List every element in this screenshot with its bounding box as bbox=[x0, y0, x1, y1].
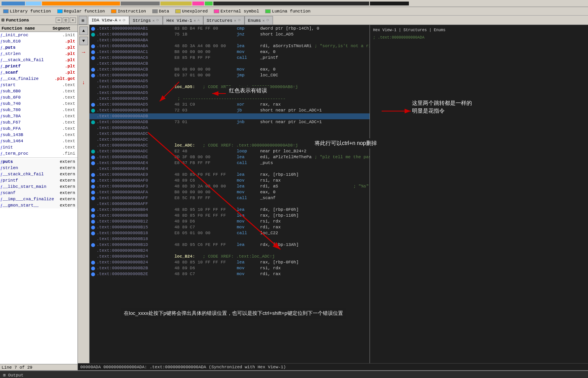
asm-row[interactable]: .text:00000000000AD0 E9 37 01 00 00 jmp … bbox=[90, 72, 370, 78]
list-item[interactable]: f sub_78A .text bbox=[0, 113, 77, 119]
function-segment: extern bbox=[53, 178, 77, 183]
asm-row[interactable]: .text:00000000000B2B 48 89 D6 mov rsi, r… bbox=[90, 265, 370, 271]
tab-strings[interactable]: Strings ✕ ⟳ bbox=[129, 16, 163, 25]
asm-row[interactable]: .text:00000000000AFA B8 00 00 00 00 mov … bbox=[90, 189, 370, 195]
asm-row[interactable]: .text:00000000000B15 48 89 C7 mov rdi, r… bbox=[90, 224, 370, 230]
tab-structures-close[interactable]: ✕ bbox=[234, 18, 236, 23]
list-item[interactable]: f sub_780 .text bbox=[0, 107, 77, 113]
function-icon: f bbox=[1, 102, 2, 106]
list-item[interactable]: f __libc_start_main extern bbox=[0, 184, 77, 190]
nav-arrow-down: ↓ bbox=[82, 79, 85, 86]
asm-row[interactable]: .text:00000000000ADE 8D 3F 0B 00 00 lea … bbox=[90, 154, 370, 160]
function-name: sub_6B0 bbox=[3, 89, 53, 94]
tab-structures[interactable]: Structures ✕ ⟳ bbox=[203, 16, 245, 25]
tab-hex-view[interactable]: Hex View-1 ✕ A bbox=[163, 16, 203, 25]
disasm-view[interactable]: .text:00000000000AB1 83 BD B4 FE FF 00 c… bbox=[90, 25, 370, 363]
asm-row[interactable]: .text:00000000000AE9 48 8D 85 F0 FE FF F… bbox=[90, 172, 370, 178]
list-item[interactable]: f sub_FFA .text bbox=[0, 125, 77, 132]
asm-row[interactable]: .text:00000000000ADB 73 01 jnb short nea… bbox=[90, 119, 370, 125]
function-segment: extern bbox=[53, 191, 77, 195]
list-item[interactable]: f _printf .plt bbox=[0, 63, 77, 69]
asm-operands: short loc_AD5 bbox=[260, 32, 369, 37]
asm-address: .text:00000000000B24 bbox=[97, 260, 174, 265]
list-item[interactable]: f scanf extern bbox=[0, 190, 77, 196]
list-item[interactable]: f init .text bbox=[0, 144, 77, 150]
asm-row[interactable]: .text:00000000000AB1 83 BD B4 FE FF 00 c… bbox=[90, 26, 370, 32]
tab-enums[interactable]: Enums ✕ ⟳ bbox=[245, 16, 273, 25]
asm-row[interactable]: .text:00000000000AD5 48 31 C0 xor rax, r… bbox=[90, 102, 370, 108]
list-item[interactable]: f _scanf .plt bbox=[0, 69, 77, 76]
float-button[interactable]: ◱ bbox=[63, 18, 69, 23]
asm-row[interactable]: .text:00000000000AB8 75 1B jnz short loc… bbox=[90, 32, 370, 37]
asm-comment: ; "plz tell me the password2:" bbox=[315, 154, 370, 160]
list-item[interactable]: f __gmon_start__ extern bbox=[0, 202, 77, 208]
asm-bytes: B8 00 00 00 00 bbox=[174, 67, 237, 72]
list-item[interactable]: f sub_1464 .text bbox=[0, 138, 77, 144]
legend-lumina-label: Lumina function bbox=[272, 9, 310, 14]
asm-row: .text:00000000000AD5 bbox=[90, 90, 370, 96]
list-item[interactable]: f __cxa_finalize .plt.got bbox=[0, 76, 77, 82]
function-icon: f bbox=[1, 71, 2, 75]
list-item[interactable]: f printf extern bbox=[0, 177, 77, 184]
asm-row[interactable]: .text:00000000000AFF E8 5C FB FF FF call… bbox=[90, 195, 370, 201]
nav-down-button[interactable]: ▼ bbox=[79, 37, 88, 45]
asm-row[interactable]: .text:00000000000AC1 B8 00 00 00 00 mov … bbox=[90, 49, 370, 55]
list-item[interactable]: f puts extern bbox=[0, 159, 77, 165]
nav-up-button[interactable]: ▲ bbox=[79, 26, 88, 35]
asm-row[interactable]: .text:00000000000ABA 48 8D 3A A4 0B 00 0… bbox=[90, 43, 370, 49]
nav-back-button[interactable]: ⊞ bbox=[79, 16, 87, 25]
function-name: strlen bbox=[3, 166, 53, 170]
functions-list[interactable]: f _init_proc .init f sub_610 .plt f _put… bbox=[0, 32, 77, 364]
hex-view[interactable]: Hex View-1 | Structures | Enums ; .text:… bbox=[370, 25, 588, 363]
list-item[interactable]: f _strlen .plt bbox=[0, 51, 77, 57]
minimize-button[interactable]: ▭ bbox=[56, 18, 62, 23]
list-item[interactable]: f _term_proc .fini bbox=[0, 150, 77, 157]
function-segment: .text bbox=[53, 126, 77, 131]
tab-enums-close[interactable]: ✕ bbox=[262, 18, 265, 23]
list-item[interactable]: f sub_143B .text bbox=[0, 132, 77, 138]
tab-ida-view-a[interactable]: IDA View-A ✕ ⟳ bbox=[88, 16, 129, 25]
asm-address: .text:00000000000B0B bbox=[97, 213, 174, 219]
tab-ida-close[interactable]: ✕ bbox=[119, 18, 121, 23]
main-layout: ⊞ Functions ▭ ◱ ✕ Function name Segment … bbox=[0, 16, 588, 370]
list-item[interactable]: f __imp___cxa_finalize extern bbox=[0, 196, 77, 202]
list-item[interactable]: f sub_F67 .text bbox=[0, 119, 77, 125]
tab-strings-close[interactable]: ✕ bbox=[152, 18, 155, 23]
list-item[interactable]: f sub_610 .plt bbox=[0, 38, 77, 44]
asm-row[interactable]: .text:00000000000B12 48 89 D6 mov rsi, r… bbox=[90, 219, 370, 224]
asm-row[interactable]: .text:00000000000B1D 48 8D 95 C6 FE FF F… bbox=[90, 242, 370, 248]
list-item[interactable]: f start .text bbox=[0, 82, 77, 88]
list-item[interactable]: f sub_6B0 .text bbox=[0, 88, 77, 94]
list-item[interactable]: f _init_proc .init bbox=[0, 32, 77, 38]
asm-row[interactable]: .text:00000000000B04 48 8D 95 10 FF FF F… bbox=[90, 207, 370, 213]
list-item[interactable]: f sub_6F0 .text bbox=[0, 94, 77, 101]
legend-unexplored-label: Unexplored bbox=[182, 9, 208, 14]
disasm-panel[interactable]: .text:00000000000AB1 83 BD B4 FE FF 00 c… bbox=[90, 25, 370, 363]
asm-row[interactable]: .text:00000000000ACB B8 00 00 00 00 mov … bbox=[90, 67, 370, 72]
list-item[interactable]: f __stack_chk_fail .plt bbox=[0, 57, 77, 63]
asm-bytes: B8 00 00 00 00 bbox=[174, 49, 237, 55]
asm-bytes: 73 01 bbox=[174, 119, 237, 125]
asm-row[interactable]: .text:00000000000B2E 48 89 C7 mov rdi, r… bbox=[90, 271, 370, 277]
asm-row[interactable]: .text:00000000000B0B 48 8D 85 F0 FE FF F… bbox=[90, 213, 370, 219]
functions-line-info: Line 7 of 29 bbox=[2, 365, 32, 370]
asm-address: .text:00000000000AFF bbox=[97, 201, 174, 207]
asm-row[interactable]: .text:00000000000ADC E2 48 loop near ptr… bbox=[90, 148, 370, 154]
list-item[interactable]: f _puts .plt bbox=[0, 44, 77, 51]
asm-row[interactable]: .text:00000000000AD8 72 03 jb short near… bbox=[90, 108, 370, 113]
asm-dot bbox=[91, 33, 95, 37]
asm-row[interactable]: .text:00000000000B24 48 8D 85 10 FF FF F… bbox=[90, 260, 370, 265]
asm-row[interactable]: .text:00000000000AC6 E8 85 FB FF FF call… bbox=[90, 55, 370, 61]
list-item[interactable]: f sub_740 .text bbox=[0, 101, 77, 107]
close-button[interactable]: ✕ bbox=[70, 18, 76, 23]
list-item[interactable]: f __stack_chk_fail extern bbox=[0, 171, 77, 177]
list-item[interactable]: f strlen extern bbox=[0, 165, 77, 171]
asm-row[interactable]: .text:00000000000AF3 48 8D 3D 2A 0B 00 0… bbox=[90, 184, 370, 189]
asm-row[interactable]: .text:00000000000B18 E8 05 01 00 00 call… bbox=[90, 230, 370, 236]
asm-row[interactable]: .text:00000000000AF0 48 89 C6 mov rsi, r… bbox=[90, 178, 370, 184]
function-icon: f bbox=[1, 172, 2, 177]
asm-row-selected[interactable]: .text:00000000000ADB bbox=[90, 113, 370, 119]
asm-label: loc_B24: bbox=[174, 254, 195, 260]
asm-row[interactable]: .text:00000000000AE4 E8 37 FB FF FF call… bbox=[90, 160, 370, 166]
tab-hex-close[interactable]: ✕ bbox=[194, 18, 196, 23]
